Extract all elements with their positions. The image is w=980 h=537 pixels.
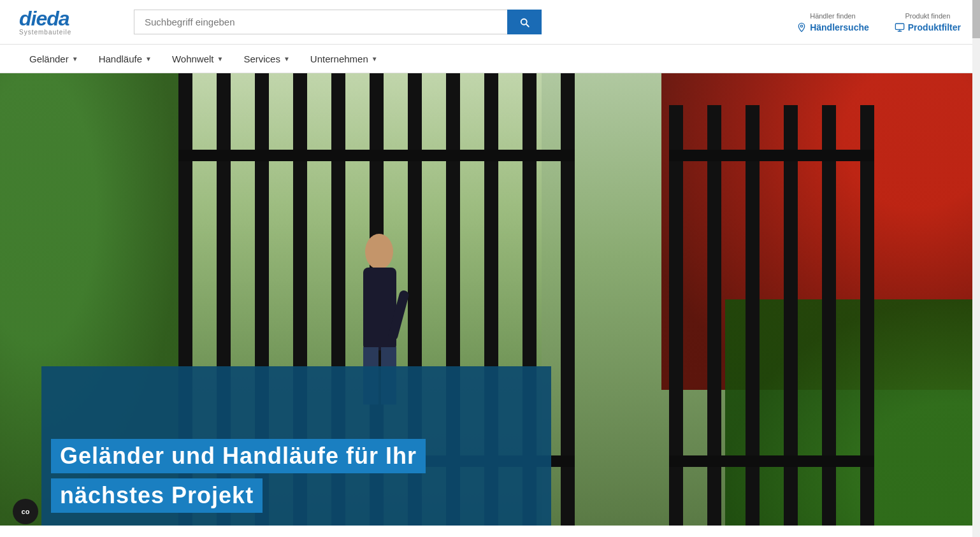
scrollbar[interactable] bbox=[972, 0, 980, 526]
nav-label-services: Services bbox=[243, 54, 280, 64]
dealer-finder: Händler finden Händlersuche bbox=[796, 12, 869, 32]
chevron-down-icon: ▼ bbox=[217, 55, 224, 62]
nav-label-unternehmen: Unternehmen bbox=[310, 54, 368, 64]
chevron-down-icon: ▼ bbox=[371, 55, 378, 62]
nav-label-wohnwelt: Wohnwelt bbox=[172, 54, 214, 64]
product-filter: Produkt finden Produktfilter bbox=[895, 12, 961, 32]
logo-brand: dieda bbox=[19, 8, 115, 29]
filter-icon bbox=[895, 22, 905, 32]
logo[interactable]: dieda Systembauteile bbox=[19, 8, 115, 36]
nav-item-unternehmen[interactable]: Unternehmen ▼ bbox=[300, 45, 388, 73]
search-input[interactable] bbox=[134, 10, 507, 34]
dealer-finder-link[interactable]: Händlersuche bbox=[796, 22, 869, 32]
logo-subtitle: Systembauteile bbox=[19, 29, 115, 36]
product-filter-text: Produktfilter bbox=[908, 22, 961, 32]
search-form bbox=[134, 10, 542, 34]
header-actions: Händler finden Händlersuche Produkt find… bbox=[796, 12, 961, 32]
svg-point-0 bbox=[801, 25, 803, 27]
nav-label-gelaender: Geländer bbox=[29, 54, 69, 64]
svg-rect-1 bbox=[895, 24, 904, 29]
hero-title-highlight-1: Geländer und Handläufe für Ihr bbox=[51, 439, 426, 473]
nav-item-handlaeufe[interactable]: Handläufe ▼ bbox=[89, 45, 162, 73]
hero-section: Geländer und Handläufe für Ihr nächstes … bbox=[0, 73, 980, 526]
nav-item-wohnwelt[interactable]: Wohnwelt ▼ bbox=[162, 45, 234, 73]
nav-label-handlaeufe: Handläufe bbox=[99, 54, 142, 64]
chevron-down-icon: ▼ bbox=[72, 55, 78, 62]
hero-title-line2: nächstes Projekt bbox=[51, 478, 263, 513]
location-icon bbox=[796, 22, 807, 32]
product-filter-label: Produkt finden bbox=[905, 12, 950, 20]
chevron-down-icon: ▼ bbox=[284, 55, 290, 62]
nav-item-services[interactable]: Services ▼ bbox=[233, 45, 299, 73]
co-badge[interactable]: co bbox=[13, 499, 38, 524]
search-button[interactable] bbox=[507, 10, 542, 34]
dealer-finder-text: Händlersuche bbox=[810, 22, 869, 32]
nav-item-gelaender[interactable]: Geländer ▼ bbox=[19, 45, 89, 73]
main-nav: Geländer ▼ Handläufe ▼ Wohnwelt ▼ Servic… bbox=[0, 45, 980, 73]
search-icon bbox=[519, 17, 530, 28]
co-badge-label: co bbox=[22, 508, 30, 515]
scrollbar-thumb[interactable] bbox=[972, 0, 980, 38]
product-filter-link[interactable]: Produktfilter bbox=[895, 22, 961, 32]
dealer-finder-label: Händler finden bbox=[810, 12, 856, 20]
site-header: dieda Systembauteile Händler finden Händ… bbox=[0, 0, 980, 45]
hero-foliage-right-green bbox=[725, 299, 980, 526]
hero-content: Geländer und Handläufe für Ihr nächstes … bbox=[51, 439, 426, 513]
chevron-down-icon: ▼ bbox=[145, 55, 152, 62]
hero-title-line1: Geländer und Handläufe für Ihr bbox=[60, 443, 417, 469]
